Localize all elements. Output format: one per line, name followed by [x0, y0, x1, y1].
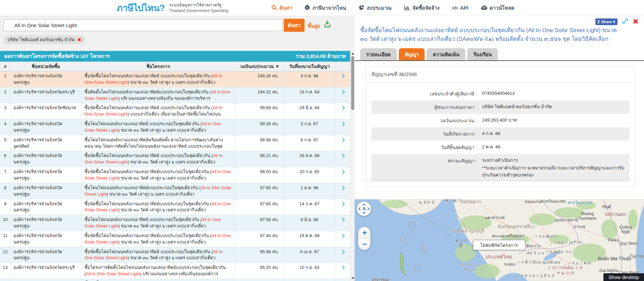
row-agency: องค์การบริหารส่วนจังหวัดนครปฐม — [11, 183, 81, 199]
map-pan-control[interactable]: 6 — [357, 201, 371, 216]
row-number: 13 — [0, 263, 11, 279]
result-row[interactable]: 1องค์การบริหารส่วนจังหวัดนครปฐมซื้อจัดซื… — [0, 71, 350, 87]
row-open-button[interactable] — [335, 199, 350, 215]
map-label: မော်လမြိုင် — [444, 199, 461, 203]
result-row[interactable]: 11องค์การบริหารส่วนจังหวัดนครปฐมซื้อจัดซ… — [0, 231, 350, 247]
row-open-button[interactable] — [335, 135, 350, 151]
chevron-right-icon — [340, 169, 345, 174]
row-open-button[interactable] — [335, 103, 350, 119]
scroll-up-icon[interactable] — [352, 53, 354, 55]
row-open-button[interactable] — [335, 151, 350, 167]
map-label: Huế — [602, 204, 611, 210]
results-count: ผลการค้นหาโครงการจัดซื้อจัดจ้าง 107 โครง… — [4, 52, 110, 60]
zoom-in-button[interactable]: + — [358, 227, 371, 238]
result-row[interactable]: 8องค์การบริหารส่วนจังหวัดนครปฐมซื้อโคมไฟ… — [0, 183, 350, 199]
filter-chip-label: บริษัท โซดิแอคท์ คอร์ปอเรชั่น จำกัด — [7, 36, 75, 43]
col-agency[interactable]: ชื่อหน่วยจัดซื้อ — [11, 62, 81, 71]
tab-details[interactable]: รายละเอียด — [360, 48, 397, 60]
row-open-button[interactable] — [335, 71, 350, 87]
copy-link-button[interactable] — [622, 18, 628, 25]
result-row[interactable]: 12องค์การบริหารส่วนจังหวัดนครปฐมซื้อจัดซ… — [0, 247, 350, 263]
row-open-button[interactable] — [335, 279, 350, 281]
result-row[interactable]: 3องค์การบริหารส่วนจังหวัดชัยนาทซื้อจัดซื… — [0, 103, 350, 119]
show-desktop-overlay[interactable]: Show desktop — [603, 273, 644, 281]
result-row[interactable]: 7องค์การบริหารส่วนจังหวัดนครปฐมซื้อจัดซื… — [0, 167, 350, 183]
row-open-button[interactable] — [335, 183, 350, 199]
map-label: QuảngNgãi — [619, 225, 632, 234]
results-scrollbar[interactable] — [350, 51, 355, 281]
row-budget: 98.21 ลบ. — [235, 151, 284, 167]
result-row[interactable]: 14องค์การบริหารส่วนจังหวัดนครปฐมซื้อจัดซ… — [0, 279, 350, 281]
result-row[interactable]: 10องค์การบริหารส่วนจังหวัดนครปฐมซื้อโคมไ… — [0, 215, 350, 231]
row-project: ซื้อจัดซื้อโคมไฟถนนพลังงานแสงอาทิตย์ แบบ… — [81, 151, 235, 167]
scrollbar-thumb[interactable] — [351, 56, 354, 110]
field-value: 4 ก.ค. 66 — [482, 130, 627, 138]
facebook-icon: f — [598, 19, 600, 24]
nav-item-budget[interactable]: งบประมาณ — [359, 4, 392, 12]
results-total: รวม 2,814.08 ล้านบาท — [296, 52, 346, 60]
chevron-right-icon — [340, 138, 345, 142]
map-label: Port Blair — [372, 278, 389, 281]
row-number: 12 — [0, 247, 11, 263]
col-budget-sort[interactable]: วงเงินงบประมาณ ▼ — [235, 62, 284, 71]
project-map[interactable]: ရန်ကုန်မော်လမြိုင်จังหวัดตากขอนแก่นสะหวั… — [355, 199, 644, 281]
close-detail-button[interactable] — [633, 19, 638, 25]
row-project: ซื้อโคมไฟถนนพลังงานแสงอาทิตย์แบบประกอบใน… — [81, 183, 235, 199]
row-open-button[interactable] — [335, 231, 350, 247]
chevron-right-icon — [340, 122, 345, 126]
field-value: 249,263,400 บาท — [482, 117, 627, 124]
result-row[interactable]: 9องค์การบริหารส่วนจังหวัดนครปฐมซื้อจัดซื… — [0, 199, 350, 215]
facebook-share-button[interactable]: f Share 0 — [595, 18, 618, 25]
row-project: ซื้อติดตั้งโคมไฟถนนพลังงานแสงอาทิตย์แบบป… — [81, 87, 235, 103]
site-logo[interactable]: ภาษีไปไหน? — [117, 1, 165, 15]
tab-complaints[interactable]: ร้องเรียน — [467, 48, 498, 60]
code-icon: </> — [452, 5, 458, 11]
col-project[interactable]: ชื่อโครงการ — [81, 62, 235, 71]
result-row[interactable]: 4องค์การบริหารส่วนจังหวัดนครปฐมซื้อโคมไฟ… — [0, 119, 350, 135]
result-row[interactable]: 2องค์การบริหารส่วนจังหวัดสระบุรีซื้อติดต… — [0, 87, 350, 103]
row-open-button[interactable] — [335, 215, 350, 231]
row-open-button[interactable] — [335, 247, 350, 263]
col-index: # — [0, 62, 11, 71]
download-icon — [323, 24, 332, 29]
map-label: ประเทศไทย — [486, 254, 512, 260]
nav-item-procurement[interactable]: จัดซื้อจัดจ้าง — [404, 4, 440, 12]
result-row[interactable]: 5องค์การบริหารส่วนจังหวัดอุตรดิตถ์ซื้อโค… — [0, 135, 350, 151]
row-sign-date: 8 ก.ค. 67 — [284, 135, 335, 151]
row-open-button[interactable] — [335, 87, 350, 103]
detail-actions: f Share 0 — [595, 18, 638, 25]
no-location-tooltip: ไม่พบพิกัดโครงการ — [473, 240, 525, 250]
nav-item-api[interactable]: </>API — [452, 5, 468, 11]
map-label: Việt Nam — [605, 211, 626, 217]
advanced-search-button[interactable]: ขั้นสูง — [308, 22, 320, 30]
result-row[interactable]: 6องค์การบริหารส่วนจังหวัดนครปฐมซื้อจัดซื… — [0, 151, 350, 167]
nav-item-tax-from[interactable]: Sภาษีมาจากไหน — [305, 4, 346, 12]
contract-number: สัญญาเลขที่ 36/2566 — [366, 66, 635, 83]
search-icon — [271, 5, 277, 11]
search-button[interactable]: ค้นหา — [284, 19, 305, 32]
nav-item-download[interactable]: ดาวน์โหลด — [481, 4, 515, 12]
row-budget: 95.20 ลบ. — [235, 263, 284, 279]
row-open-button[interactable] — [335, 263, 350, 279]
map-label: MuangToumlane — [578, 211, 596, 221]
field-note: **ระยะเวลาดำเนินการ จะหมายรวมถึง ระยะเวล… — [482, 165, 627, 179]
map-label: จังหวัดกาญจนบุรี — [452, 229, 484, 234]
row-open-button[interactable] — [335, 119, 350, 135]
download-results-button[interactable] — [323, 20, 332, 29]
remove-filter-icon[interactable] — [77, 38, 81, 42]
row-project: ซื้อโครงการติดตั้งโคมไฟถนนพลังงานแสงอาทิ… — [81, 263, 235, 279]
nav-label: งบประมาณ — [367, 4, 392, 12]
row-agency: องค์การบริหารส่วนจังหวัดนครปฐม — [11, 167, 81, 183]
nav-item-search[interactable]: ค้นหา — [271, 4, 292, 12]
map-label: ក្រុងសំរោង — [534, 234, 557, 239]
tab-contract[interactable]: สัญญา — [399, 48, 425, 60]
row-project: ซื้อโคมไฟถนนพลังงานแสงอาทิตย์ แบบประกอบใ… — [81, 215, 235, 231]
contract-field-row: วงเงินงบประมาณ :249,263,400 บาท — [371, 114, 630, 127]
search-input[interactable] — [3, 19, 283, 31]
scroll-down-icon[interactable] — [352, 277, 354, 279]
row-open-button[interactable] — [335, 167, 350, 183]
col-sign-date[interactable]: วันที่ลงนามในสัญญา — [284, 62, 335, 71]
zoom-out-button[interactable]: − — [358, 238, 371, 250]
result-row[interactable]: 13องค์การบริหารส่วนจังหวัดสระบุรีซื้อโคร… — [0, 263, 350, 279]
tab-comments[interactable]: ความคิดเห็น — [427, 48, 465, 60]
